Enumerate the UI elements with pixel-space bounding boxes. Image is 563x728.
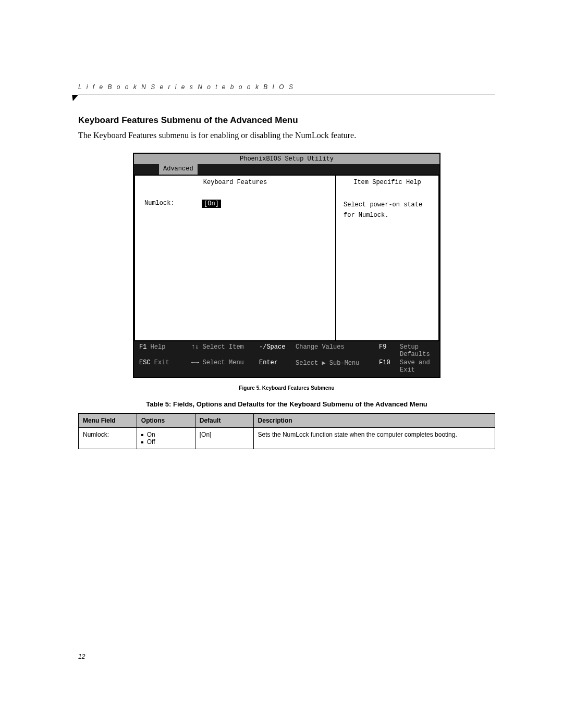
td-options: On Off — [137, 428, 195, 449]
arrow-leftright-icon: ←→ — [191, 359, 199, 366]
bios-key-f10: F10 — [379, 359, 390, 366]
arrow-updown-icon: ↑↓ — [191, 343, 199, 351]
figure-caption: Figure 5. Keyboard Features Submenu — [78, 385, 495, 391]
bios-field-label: Numlock: — [144, 200, 181, 207]
page-number: 12 — [78, 653, 85, 660]
bios-key-f9: F9 — [379, 343, 386, 351]
bios-screenshot: PhoenixBIOS Setup Utility Advanced Keybo… — [133, 153, 440, 378]
bios-key-label: Help — [151, 343, 166, 351]
bios-field-value: [On] — [202, 200, 221, 208]
bios-footer: F1 Help ↑↓ Select Item -/Space Change Va… — [134, 341, 439, 377]
section-heading: Keyboard Features Submenu of the Advance… — [78, 115, 495, 126]
bios-help-title: Item Specific Help — [336, 176, 438, 189]
bios-key-label: Setup Defaults — [400, 343, 430, 358]
bios-left-title: Keyboard Features — [135, 176, 335, 189]
table-title: Table 5: Fields, Options and Defaults fo… — [78, 400, 495, 408]
option-item: On — [141, 431, 191, 438]
bios-key-enter: Enter — [259, 359, 278, 366]
bios-key-minusspace: -/Space — [259, 343, 285, 351]
bios-help-line: Select power-on state — [344, 200, 432, 210]
bios-menubar: Advanced — [134, 164, 439, 175]
th-menu-field: Menu Field — [79, 414, 137, 428]
bios-key-label: Change Values — [296, 343, 345, 351]
bios-key-label: Select ▶ Sub-Menu — [296, 360, 359, 367]
bios-key-label: Select Menu — [203, 359, 244, 366]
bios-tab-advanced: Advanced — [159, 164, 198, 175]
th-description: Description — [253, 414, 495, 428]
page: L i f e B o o k N S e r i e s N o t e b … — [0, 0, 563, 728]
bios-key-f1: F1 — [139, 343, 146, 351]
fields-table: Menu Field Options Default Description N… — [78, 413, 495, 449]
option-item: Off — [141, 438, 191, 446]
bios-key-label: Select Item — [203, 343, 244, 351]
td-description: Sets the NumLock function state when the… — [253, 428, 495, 449]
th-options: Options — [137, 414, 195, 428]
th-default: Default — [195, 414, 253, 428]
bios-left-panel: Keyboard Features Numlock: [On] — [134, 175, 335, 341]
bios-key-label: Exit — [154, 359, 169, 366]
bios-key-esc: ESC — [139, 359, 151, 366]
bios-key-label: Save and Exit — [400, 359, 430, 374]
intro-paragraph: The Keyboard Features submenu is for ena… — [78, 131, 495, 140]
bios-help-line: for Numlock. — [344, 210, 432, 220]
td-field: Numlock: — [79, 428, 137, 449]
bios-help-panel: Item Specific Help Select power-on state… — [335, 175, 439, 341]
table-row: Numlock: On Off [On] Sets the NumLock fu… — [79, 428, 495, 449]
bios-title: PhoenixBIOS Setup Utility — [134, 154, 439, 164]
running-header: L i f e B o o k N S e r i e s N o t e b … — [78, 83, 495, 94]
td-default: [On] — [195, 428, 253, 449]
